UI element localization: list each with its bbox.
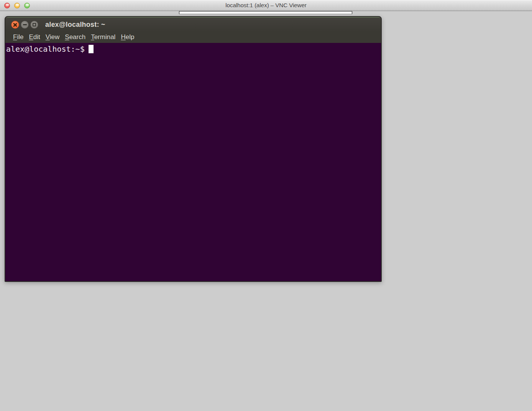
terminal-menubar: File Edit View Search Terminal Help (5, 31, 381, 43)
shell-prompt: alex@localhost:~$ (6, 44, 85, 54)
menu-help[interactable]: Help (118, 33, 137, 42)
vnc-window-title: localhost:1 (alex) – VNC Viewer (0, 0, 532, 11)
menu-view[interactable]: View (43, 33, 62, 42)
terminal-minimize-button[interactable] (21, 21, 29, 29)
close-icon (13, 23, 17, 27)
terminal-cursor (89, 45, 94, 53)
menu-search[interactable]: Search (62, 33, 88, 42)
terminal-screen[interactable]: alex@localhost:~$ (5, 43, 381, 280)
menu-terminal[interactable]: Terminal (88, 33, 118, 42)
terminal-maximize-button[interactable] (30, 21, 38, 29)
shell-prompt-line: alex@localhost:~$ (6, 44, 381, 54)
terminal-close-button[interactable] (11, 21, 19, 29)
maximize-icon (33, 23, 36, 26)
vnc-toolbar-tab[interactable] (179, 11, 352, 14)
terminal-window-title: alex@localhost: ~ (45, 18, 105, 32)
vnc-viewer-titlebar[interactable]: localhost:1 (alex) – VNC Viewer (0, 0, 532, 11)
terminal-titlebar[interactable]: alex@localhost: ~ (5, 17, 381, 31)
menu-edit[interactable]: Edit (26, 33, 43, 42)
terminal-window[interactable]: alex@localhost: ~ File Edit View Search … (5, 16, 382, 282)
menu-file[interactable]: File (10, 33, 26, 42)
minimize-icon (23, 24, 27, 25)
